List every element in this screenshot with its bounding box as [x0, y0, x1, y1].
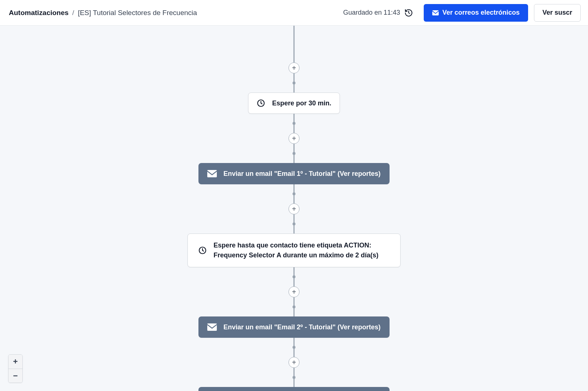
flow-connector-dot — [293, 122, 295, 125]
node-label: Enviar un email "Email 1º - Tutorial" (V… — [223, 170, 381, 178]
view-subscribers-label: Ver suscr — [542, 9, 572, 17]
automation-canvas[interactable]: +Espere por 30 min.+Enviar un email "Ema… — [0, 26, 588, 391]
mail-icon — [207, 323, 217, 331]
wait-node[interactable]: Espere por 30 min. — [248, 93, 340, 114]
svg-rect-0 — [432, 10, 439, 15]
flow-connector-dot — [293, 346, 295, 349]
add-step-button[interactable]: + — [288, 62, 300, 73]
saved-status-label: Guardado en 11:43 — [343, 9, 400, 17]
flow-connector-dot — [293, 376, 295, 379]
flow-connector-dot — [293, 82, 295, 84]
send-email-node[interactable]: Enviar un email "Email 3º - Tutorial" (V… — [198, 387, 390, 391]
svg-rect-2 — [207, 170, 217, 177]
zoom-out-button[interactable]: − — [8, 369, 22, 383]
view-emails-button[interactable]: Ver correos electrónicos — [424, 4, 528, 22]
view-emails-label: Ver correos electrónicos — [442, 9, 520, 17]
flow-connector-dot — [293, 275, 295, 278]
flow-connector-dot — [293, 222, 295, 225]
history-icon[interactable] — [404, 8, 413, 18]
node-label: Espere por 30 min. — [272, 99, 331, 107]
breadcrumb-root[interactable]: Automatizaciones — [9, 9, 69, 17]
flow-connector-dot — [293, 192, 295, 195]
view-subscribers-button[interactable]: Ver suscr — [534, 4, 581, 22]
header-bar: Automatizaciones / [ES] Tutorial Selecto… — [0, 0, 588, 26]
mail-icon — [432, 10, 439, 15]
zoom-in-button[interactable]: + — [8, 355, 22, 369]
zoom-controls: + − — [8, 354, 23, 383]
send-email-node[interactable]: Enviar un email "Email 1º - Tutorial" (V… — [198, 163, 390, 184]
node-label: Espere hasta que contacto tiene etiqueta… — [214, 240, 390, 260]
add-step-button[interactable]: + — [288, 203, 300, 214]
mail-icon — [207, 170, 217, 177]
svg-rect-4 — [207, 323, 217, 331]
add-step-button[interactable]: + — [288, 357, 300, 368]
clock-icon — [257, 99, 265, 108]
wait-until-node[interactable]: Espere hasta que contacto tiene etiqueta… — [187, 233, 401, 267]
breadcrumb-separator: / — [72, 9, 74, 17]
node-label: Enviar un email "Email 2º - Tutorial" (V… — [223, 323, 381, 331]
flow-connector-dot — [293, 305, 295, 308]
breadcrumb-page: [ES] Tutorial Selectores de Frecuencia — [78, 9, 197, 17]
add-step-button[interactable]: + — [288, 286, 300, 297]
clock-icon — [198, 246, 207, 255]
add-step-button[interactable]: + — [288, 133, 300, 144]
breadcrumb: Automatizaciones / [ES] Tutorial Selecto… — [9, 9, 197, 17]
flow-connector-dot — [293, 152, 295, 155]
send-email-node[interactable]: Enviar un email "Email 2º - Tutorial" (V… — [198, 316, 390, 338]
